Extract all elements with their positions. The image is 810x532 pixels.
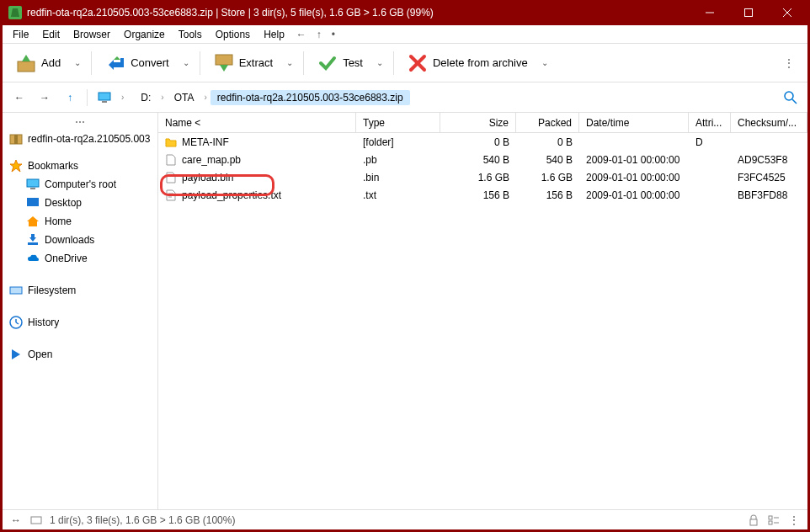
status-text: 1 dir(s), 3 file(s), 1.6 GB > 1.6 GB (10… bbox=[50, 514, 235, 526]
home-icon bbox=[26, 215, 40, 228]
breadcrumb: D: › OTA › redfin-ota-rq2a.210505.003-53… bbox=[131, 87, 775, 109]
file-row[interactable]: care_map.pb .pb 540 B 540 B 2009-01-01 0… bbox=[158, 151, 807, 168]
menu-tools[interactable]: Tools bbox=[172, 27, 209, 42]
col-packed[interactable]: Packed bbox=[516, 113, 579, 132]
disk-icon bbox=[29, 513, 43, 527]
sidebar: ⋯ redfin-ota-rq2a.210505.003 Bookmarks C… bbox=[3, 113, 158, 509]
col-type[interactable]: Type bbox=[356, 113, 440, 132]
svg-line-27 bbox=[16, 322, 19, 324]
svg-rect-32 bbox=[31, 517, 41, 524]
desktop-icon bbox=[26, 196, 40, 210]
play-icon bbox=[9, 348, 23, 361]
check-icon bbox=[317, 53, 338, 73]
computer-icon[interactable] bbox=[94, 88, 115, 108]
svg-marker-8 bbox=[220, 65, 228, 72]
svg-rect-19 bbox=[30, 188, 35, 189]
convert-button[interactable]: Convert bbox=[99, 50, 176, 77]
title-bar: redfin-ota-rq2a.210505.003-53ce6883.zip … bbox=[0, 0, 810, 25]
menu-options[interactable]: Options bbox=[209, 27, 257, 42]
menu-up-arrow[interactable]: ↑ bbox=[312, 27, 327, 42]
col-date[interactable]: Date/time bbox=[579, 113, 689, 132]
svg-rect-33 bbox=[750, 519, 757, 525]
chevron-icon: › bbox=[202, 93, 208, 102]
cloud-icon bbox=[26, 252, 40, 265]
add-dropdown[interactable]: ⌄ bbox=[71, 58, 84, 67]
sidebar-open[interactable]: Open bbox=[3, 345, 157, 364]
search-button[interactable] bbox=[781, 88, 801, 108]
svg-line-14 bbox=[792, 99, 797, 104]
convert-icon bbox=[105, 53, 125, 73]
svg-marker-28 bbox=[12, 349, 20, 359]
svg-rect-22 bbox=[28, 242, 38, 245]
col-checksum[interactable]: Checksum/... bbox=[731, 113, 807, 132]
menu-browser[interactable]: Browser bbox=[67, 27, 117, 42]
extract-button[interactable]: Extract bbox=[207, 50, 280, 77]
col-name[interactable]: Name < bbox=[158, 113, 356, 132]
monitor-icon bbox=[26, 178, 40, 191]
extract-dropdown[interactable]: ⌄ bbox=[283, 58, 296, 67]
menu-bar: File Edit Browser Organize Tools Options… bbox=[3, 25, 807, 44]
file-row[interactable]: payload_properties.txt .txt 156 B 156 B … bbox=[158, 186, 807, 204]
crumb-folder[interactable]: OTA bbox=[168, 90, 201, 105]
crumb-archive[interactable]: redfin-ota-rq2a.210505.003-53ce6883.zip bbox=[210, 90, 410, 105]
sidebar-ellipsis[interactable]: ⋯ bbox=[3, 114, 157, 130]
download-icon bbox=[26, 233, 40, 247]
col-size[interactable]: Size bbox=[440, 113, 516, 132]
sidebar-bookmarks[interactable]: Bookmarks bbox=[3, 157, 157, 175]
window-title: redfin-ota-rq2a.210505.003-53ce6883.zip … bbox=[27, 7, 690, 19]
menu-file[interactable]: File bbox=[6, 27, 35, 42]
minimize-button[interactable] bbox=[690, 0, 729, 25]
crumb-drive[interactable]: D: bbox=[134, 90, 157, 105]
file-row-folder[interactable]: META-INF [folder] 0 B 0 B D bbox=[158, 133, 807, 151]
delete-button[interactable]: Delete from archive bbox=[401, 50, 535, 77]
sidebar-computer-root[interactable]: Computer's root bbox=[3, 175, 157, 194]
svg-marker-17 bbox=[10, 160, 22, 172]
test-dropdown[interactable]: ⌄ bbox=[373, 58, 386, 67]
toolbar: Add ⌄ Convert ⌄ Extract ⌄ Test ⌄ Delete … bbox=[3, 44, 807, 82]
svg-rect-35 bbox=[769, 521, 772, 524]
nav-back-button[interactable]: ← bbox=[9, 88, 29, 108]
statusbar-overflow[interactable]: ⋮ bbox=[787, 513, 801, 527]
close-button[interactable] bbox=[768, 0, 807, 25]
add-button[interactable]: Add bbox=[9, 50, 67, 77]
test-button[interactable]: Test bbox=[311, 50, 370, 77]
status-bar: ↔ 1 dir(s), 3 file(s), 1.6 GB > 1.6 GB (… bbox=[3, 509, 807, 529]
sidebar-desktop[interactable]: Desktop bbox=[3, 194, 157, 212]
svg-rect-1 bbox=[745, 9, 753, 17]
toolbar-overflow[interactable]: ⋮ bbox=[777, 57, 801, 69]
sidebar-history[interactable]: History bbox=[3, 313, 157, 332]
resize-icon[interactable]: ↔ bbox=[9, 513, 23, 527]
file-list: Name < Type Size Packed Date/time Attri.… bbox=[158, 113, 807, 509]
app-icon bbox=[8, 6, 22, 19]
menu-help[interactable]: Help bbox=[257, 27, 291, 42]
svg-rect-12 bbox=[102, 101, 107, 103]
file-icon bbox=[165, 154, 177, 166]
sidebar-filesystem[interactable]: Filesystem bbox=[3, 281, 157, 300]
lock-icon[interactable] bbox=[747, 513, 760, 527]
sidebar-home[interactable]: Home bbox=[3, 212, 157, 231]
menu-back-arrow[interactable]: ← bbox=[291, 27, 312, 42]
menu-dot[interactable]: • bbox=[327, 27, 340, 42]
maximize-button[interactable] bbox=[729, 0, 768, 25]
menu-edit[interactable]: Edit bbox=[35, 27, 67, 42]
svg-rect-24 bbox=[10, 287, 22, 294]
col-attri[interactable]: Attri... bbox=[689, 113, 731, 132]
svg-rect-34 bbox=[769, 516, 772, 519]
svg-rect-4 bbox=[18, 61, 35, 72]
svg-rect-16 bbox=[14, 135, 18, 144]
x-icon bbox=[408, 53, 428, 73]
sidebar-onedrive[interactable]: OneDrive bbox=[3, 249, 157, 268]
folder-icon bbox=[165, 136, 177, 148]
view-mode-icon[interactable] bbox=[767, 513, 781, 527]
nav-up-button[interactable]: ↑ bbox=[60, 88, 80, 108]
chevron-icon: › bbox=[120, 93, 125, 102]
sidebar-downloads[interactable]: Downloads bbox=[3, 231, 157, 249]
file-row-highlighted[interactable]: payload.bin .bin 1.6 GB 1.6 GB 2009-01-0… bbox=[158, 168, 807, 186]
nav-forward-button[interactable]: → bbox=[35, 88, 55, 108]
delete-dropdown[interactable]: ⌄ bbox=[538, 58, 552, 67]
svg-marker-21 bbox=[27, 216, 39, 226]
sidebar-archive[interactable]: redfin-ota-rq2a.210505.003 bbox=[3, 130, 157, 148]
convert-dropdown[interactable]: ⌄ bbox=[179, 58, 193, 67]
menu-organize[interactable]: Organize bbox=[117, 27, 172, 42]
drive-icon bbox=[9, 284, 23, 297]
